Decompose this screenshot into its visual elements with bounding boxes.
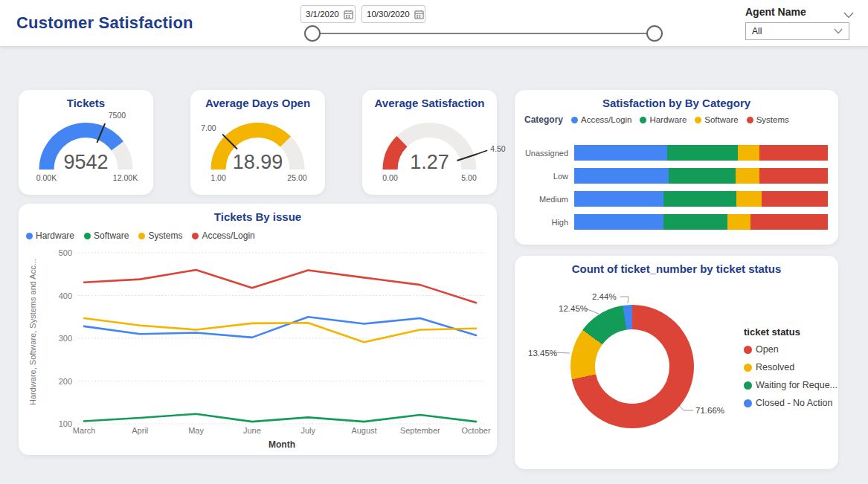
svg-text:7.00: 7.00 bbox=[201, 123, 216, 132]
legend-dot-icon bbox=[747, 117, 753, 123]
date-from-value: 3/1/2020 bbox=[306, 10, 339, 19]
legend-item[interactable]: Systems bbox=[747, 115, 789, 124]
bar-segment-hardware[interactable] bbox=[669, 168, 736, 184]
chevron-down-icon bbox=[834, 26, 843, 36]
svg-text:0.00K: 0.00K bbox=[36, 173, 57, 182]
category-label: Low bbox=[522, 172, 574, 181]
line-chart-plot[interactable]: 500400300200100MarchAprilMayJuneJulyAugu… bbox=[19, 242, 497, 437]
calendar-icon bbox=[414, 10, 424, 19]
svg-text:7500: 7500 bbox=[109, 111, 126, 120]
svg-text:4.50: 4.50 bbox=[490, 144, 506, 153]
svg-text:1.00: 1.00 bbox=[210, 173, 226, 182]
bar-segment-systems[interactable] bbox=[762, 191, 828, 207]
svg-text:200: 200 bbox=[59, 377, 72, 386]
bar-segment-systems[interactable] bbox=[759, 145, 828, 161]
legend-label: Systems bbox=[148, 230, 182, 241]
legend-label: Open bbox=[756, 344, 779, 355]
svg-text:25.00: 25.00 bbox=[287, 173, 306, 182]
agent-name-label: Agent Name bbox=[745, 6, 806, 18]
chevron-down-icon[interactable] bbox=[843, 8, 854, 22]
legend-dot-icon bbox=[744, 381, 752, 390]
callout-waiting: 12.45% bbox=[559, 304, 588, 313]
legend-dot-icon bbox=[744, 399, 752, 407]
svg-text:18.99: 18.99 bbox=[233, 151, 283, 173]
legend-label: Waiting for Reque... bbox=[756, 380, 838, 390]
tickets-gauge-card: Tickets 750095420.00K12.00K bbox=[19, 90, 153, 195]
bar-segment-hardware[interactable] bbox=[663, 191, 736, 207]
svg-text:October: October bbox=[462, 426, 491, 435]
legend-dot-icon bbox=[571, 117, 578, 123]
donut-legend: ticket status OpenResolvedWaiting for Re… bbox=[744, 326, 838, 416]
line-series-hardware[interactable] bbox=[84, 317, 476, 338]
legend-dot-icon bbox=[744, 364, 752, 372]
legend-label: Software bbox=[94, 230, 129, 241]
bar-segment-hardware[interactable] bbox=[667, 145, 737, 161]
date-range-slider-handle-right[interactable] bbox=[646, 25, 663, 42]
svg-text:0.00: 0.00 bbox=[382, 173, 398, 182]
legend-item[interactable]: Access/Login bbox=[571, 115, 631, 124]
date-to-value: 10/30/2020 bbox=[367, 10, 410, 19]
svg-text:100: 100 bbox=[59, 419, 72, 428]
legend-label: Software bbox=[704, 115, 738, 124]
x-axis-label: Month bbox=[78, 439, 486, 450]
legend-item[interactable]: Systems bbox=[138, 230, 182, 241]
date-range-slider-track[interactable] bbox=[312, 33, 655, 34]
legend-label: Resolved bbox=[756, 362, 794, 372]
legend-item[interactable]: Software bbox=[84, 230, 129, 241]
date-range-slider-handle-left[interactable] bbox=[304, 25, 321, 42]
legend-item[interactable]: Access/Login bbox=[192, 230, 254, 241]
legend-dot-icon bbox=[640, 117, 646, 123]
legend-title: ticket status bbox=[744, 326, 838, 338]
tickets-by-issue-card: Tickets By issue HardwareSoftwareSystems… bbox=[19, 204, 497, 455]
page-title: Customer Satisfaction bbox=[16, 13, 193, 33]
bar-segment-access-login[interactable] bbox=[574, 214, 663, 230]
category-label: Unassigned bbox=[522, 149, 574, 158]
bar-segment-software[interactable] bbox=[736, 168, 759, 184]
legend-item[interactable]: Resolved bbox=[744, 362, 838, 372]
line-chart-legend: HardwareSoftwareSystemsAccess/Login bbox=[26, 230, 255, 241]
bar-segment-hardware[interactable] bbox=[663, 214, 727, 230]
line-series-systems[interactable] bbox=[84, 318, 476, 342]
legend-item[interactable]: Closed - No Action bbox=[744, 398, 838, 408]
line-series-software[interactable] bbox=[84, 414, 476, 422]
callout-open: 71.66% bbox=[695, 406, 724, 415]
average-days-open-gauge-card: Average Days Open 7.0018.991.0025.00 bbox=[190, 90, 325, 195]
average-days-open-gauge[interactable]: 7.0018.991.0025.00 bbox=[194, 109, 321, 193]
bar-segment-systems[interactable] bbox=[759, 168, 828, 184]
legend-item[interactable]: Open bbox=[744, 344, 838, 355]
calendar-icon bbox=[344, 10, 353, 19]
svg-text:9542: 9542 bbox=[63, 151, 108, 173]
stacked-bar-row: Medium bbox=[522, 191, 828, 207]
date-to-input[interactable]: 10/30/2020 bbox=[361, 5, 425, 23]
svg-text:June: June bbox=[243, 426, 261, 435]
bar-segment-software[interactable] bbox=[727, 214, 750, 230]
stacked-bar bbox=[574, 191, 828, 207]
tickets-gauge[interactable]: 750095420.00K12.00K bbox=[22, 109, 150, 193]
svg-text:400: 400 bbox=[59, 291, 72, 300]
svg-text:March: March bbox=[73, 426, 96, 435]
stacked-bar-row: Low bbox=[522, 168, 828, 184]
line-series-access-login[interactable] bbox=[84, 270, 476, 303]
chart-title: Satisfaction by By Category bbox=[515, 90, 838, 109]
agent-name-value: All bbox=[752, 26, 762, 36]
svg-text:August: August bbox=[351, 426, 376, 435]
stacked-bar bbox=[574, 214, 828, 230]
bar-segment-software[interactable] bbox=[738, 145, 760, 161]
bar-segment-access-login[interactable] bbox=[574, 145, 667, 161]
legend-item[interactable]: Hardware bbox=[26, 230, 74, 241]
stacked-bar bbox=[574, 168, 828, 184]
ticket-status-donut-card: Count of ticket_number by ticket status … bbox=[515, 256, 838, 469]
average-satisfaction-gauge[interactable]: 4.501.270.005.00 bbox=[366, 109, 493, 193]
legend-item[interactable]: Waiting for Reque... bbox=[744, 380, 838, 390]
bar-segment-systems[interactable] bbox=[750, 214, 828, 230]
bar-segment-software[interactable] bbox=[736, 191, 762, 207]
bar-segment-access-login[interactable] bbox=[574, 191, 663, 207]
agent-name-dropdown[interactable]: All bbox=[745, 22, 849, 40]
date-from-input[interactable]: 3/1/2020 bbox=[300, 5, 356, 23]
legend-item[interactable]: Hardware bbox=[640, 115, 687, 124]
svg-text:5.00: 5.00 bbox=[461, 173, 477, 182]
average-satisfaction-gauge-card: Average Satisfaction 4.501.270.005.00 bbox=[362, 90, 497, 195]
svg-text:July: July bbox=[300, 426, 315, 435]
bar-segment-access-login[interactable] bbox=[574, 168, 669, 184]
legend-item[interactable]: Software bbox=[695, 115, 738, 124]
